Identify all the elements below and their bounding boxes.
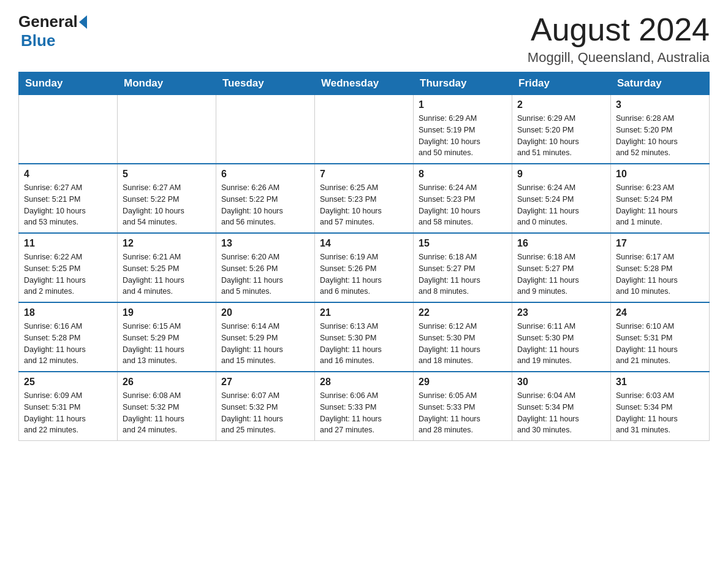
calendar-cell: 2Sunrise: 6:29 AM Sunset: 5:20 PM Daylig…	[512, 95, 611, 164]
calendar-cell: 16Sunrise: 6:18 AM Sunset: 5:27 PM Dayli…	[512, 233, 611, 302]
day-number: 30	[517, 377, 605, 388]
day-info: Sunrise: 6:08 AM Sunset: 5:32 PM Dayligh…	[123, 390, 211, 436]
calendar-week-row: 25Sunrise: 6:09 AM Sunset: 5:31 PM Dayli…	[19, 372, 710, 441]
day-number: 18	[24, 307, 112, 318]
day-number: 13	[221, 238, 309, 249]
calendar-header-tuesday: Tuesday	[216, 72, 315, 95]
day-number: 2	[517, 99, 605, 110]
calendar-cell: 20Sunrise: 6:14 AM Sunset: 5:29 PM Dayli…	[216, 302, 315, 372]
day-info: Sunrise: 6:18 AM Sunset: 5:27 PM Dayligh…	[517, 251, 605, 297]
day-info: Sunrise: 6:29 AM Sunset: 5:20 PM Dayligh…	[517, 113, 605, 159]
day-number: 14	[320, 238, 408, 249]
calendar-cell: 31Sunrise: 6:03 AM Sunset: 5:34 PM Dayli…	[611, 372, 710, 441]
day-info: Sunrise: 6:24 AM Sunset: 5:23 PM Dayligh…	[419, 182, 507, 228]
calendar-cell	[118, 95, 216, 164]
day-number: 12	[123, 238, 211, 249]
calendar-cell: 3Sunrise: 6:28 AM Sunset: 5:20 PM Daylig…	[611, 95, 710, 164]
calendar-cell: 5Sunrise: 6:27 AM Sunset: 5:22 PM Daylig…	[118, 164, 216, 233]
calendar-header-thursday: Thursday	[414, 72, 512, 95]
day-number: 9	[517, 169, 605, 180]
day-number: 15	[419, 238, 507, 249]
day-info: Sunrise: 6:29 AM Sunset: 5:19 PM Dayligh…	[419, 113, 507, 159]
title-area: August 2024 Moggill, Queensland, Austral…	[528, 12, 710, 66]
day-number: 4	[24, 169, 112, 180]
calendar-cell: 9Sunrise: 6:24 AM Sunset: 5:24 PM Daylig…	[512, 164, 611, 233]
calendar-cell: 1Sunrise: 6:29 AM Sunset: 5:19 PM Daylig…	[414, 95, 512, 164]
calendar-week-row: 11Sunrise: 6:22 AM Sunset: 5:25 PM Dayli…	[19, 233, 710, 302]
calendar-cell: 11Sunrise: 6:22 AM Sunset: 5:25 PM Dayli…	[19, 233, 118, 302]
calendar-cell: 19Sunrise: 6:15 AM Sunset: 5:29 PM Dayli…	[118, 302, 216, 372]
day-info: Sunrise: 6:16 AM Sunset: 5:28 PM Dayligh…	[24, 321, 112, 367]
calendar-header-friday: Friday	[512, 72, 611, 95]
day-info: Sunrise: 6:15 AM Sunset: 5:29 PM Dayligh…	[123, 321, 211, 367]
calendar-cell: 29Sunrise: 6:05 AM Sunset: 5:33 PM Dayli…	[414, 372, 512, 441]
calendar-cell: 4Sunrise: 6:27 AM Sunset: 5:21 PM Daylig…	[19, 164, 118, 233]
day-number: 16	[517, 238, 605, 249]
calendar-header-saturday: Saturday	[611, 72, 710, 95]
calendar-week-row: 18Sunrise: 6:16 AM Sunset: 5:28 PM Dayli…	[19, 302, 710, 372]
day-number: 25	[24, 377, 112, 388]
calendar-cell: 15Sunrise: 6:18 AM Sunset: 5:27 PM Dayli…	[414, 233, 512, 302]
day-info: Sunrise: 6:18 AM Sunset: 5:27 PM Dayligh…	[419, 251, 507, 297]
calendar-cell: 6Sunrise: 6:26 AM Sunset: 5:22 PM Daylig…	[216, 164, 315, 233]
day-info: Sunrise: 6:21 AM Sunset: 5:25 PM Dayligh…	[123, 251, 211, 297]
calendar-cell: 8Sunrise: 6:24 AM Sunset: 5:23 PM Daylig…	[414, 164, 512, 233]
day-number: 7	[320, 169, 408, 180]
day-info: Sunrise: 6:12 AM Sunset: 5:30 PM Dayligh…	[419, 321, 507, 367]
calendar-cell: 7Sunrise: 6:25 AM Sunset: 5:23 PM Daylig…	[315, 164, 414, 233]
day-info: Sunrise: 6:26 AM Sunset: 5:22 PM Dayligh…	[221, 182, 309, 228]
day-number: 19	[123, 307, 211, 318]
day-info: Sunrise: 6:14 AM Sunset: 5:29 PM Dayligh…	[221, 321, 309, 367]
day-info: Sunrise: 6:07 AM Sunset: 5:32 PM Dayligh…	[221, 390, 309, 436]
day-info: Sunrise: 6:20 AM Sunset: 5:26 PM Dayligh…	[221, 251, 309, 297]
calendar-cell: 12Sunrise: 6:21 AM Sunset: 5:25 PM Dayli…	[118, 233, 216, 302]
day-number: 28	[320, 377, 408, 388]
day-number: 3	[616, 99, 704, 110]
day-info: Sunrise: 6:09 AM Sunset: 5:31 PM Dayligh…	[24, 390, 112, 436]
day-number: 20	[221, 307, 309, 318]
day-info: Sunrise: 6:23 AM Sunset: 5:24 PM Dayligh…	[616, 182, 704, 228]
calendar-cell	[19, 95, 118, 164]
month-title: August 2024	[528, 12, 710, 47]
day-info: Sunrise: 6:19 AM Sunset: 5:26 PM Dayligh…	[320, 251, 408, 297]
location-title: Moggill, Queensland, Australia	[528, 50, 710, 66]
calendar-cell: 30Sunrise: 6:04 AM Sunset: 5:34 PM Dayli…	[512, 372, 611, 441]
day-number: 23	[517, 307, 605, 318]
day-number: 17	[616, 238, 704, 249]
day-info: Sunrise: 6:11 AM Sunset: 5:30 PM Dayligh…	[517, 321, 605, 367]
day-info: Sunrise: 6:06 AM Sunset: 5:33 PM Dayligh…	[320, 390, 408, 436]
calendar-cell	[315, 95, 414, 164]
calendar-cell: 10Sunrise: 6:23 AM Sunset: 5:24 PM Dayli…	[611, 164, 710, 233]
day-number: 26	[123, 377, 211, 388]
calendar-cell: 24Sunrise: 6:10 AM Sunset: 5:31 PM Dayli…	[611, 302, 710, 372]
calendar-table: SundayMondayTuesdayWednesdayThursdayFrid…	[18, 72, 710, 441]
day-info: Sunrise: 6:04 AM Sunset: 5:34 PM Dayligh…	[517, 390, 605, 436]
day-number: 27	[221, 377, 309, 388]
day-info: Sunrise: 6:27 AM Sunset: 5:21 PM Dayligh…	[24, 182, 112, 228]
day-info: Sunrise: 6:10 AM Sunset: 5:31 PM Dayligh…	[616, 321, 704, 367]
day-info: Sunrise: 6:28 AM Sunset: 5:20 PM Dayligh…	[616, 113, 704, 159]
calendar-cell: 26Sunrise: 6:08 AM Sunset: 5:32 PM Dayli…	[118, 372, 216, 441]
calendar-cell	[216, 95, 315, 164]
calendar-cell: 22Sunrise: 6:12 AM Sunset: 5:30 PM Dayli…	[414, 302, 512, 372]
calendar-week-row: 1Sunrise: 6:29 AM Sunset: 5:19 PM Daylig…	[19, 95, 710, 164]
calendar-header-row: SundayMondayTuesdayWednesdayThursdayFrid…	[19, 72, 710, 95]
day-number: 29	[419, 377, 507, 388]
day-number: 1	[419, 99, 507, 110]
calendar-cell: 13Sunrise: 6:20 AM Sunset: 5:26 PM Dayli…	[216, 233, 315, 302]
page-header: General Blue August 2024 Moggill, Queens…	[18, 12, 710, 66]
calendar-cell: 17Sunrise: 6:17 AM Sunset: 5:28 PM Dayli…	[611, 233, 710, 302]
calendar-cell: 25Sunrise: 6:09 AM Sunset: 5:31 PM Dayli…	[19, 372, 118, 441]
day-info: Sunrise: 6:13 AM Sunset: 5:30 PM Dayligh…	[320, 321, 408, 367]
day-info: Sunrise: 6:03 AM Sunset: 5:34 PM Dayligh…	[616, 390, 704, 436]
day-info: Sunrise: 6:22 AM Sunset: 5:25 PM Dayligh…	[24, 251, 112, 297]
day-info: Sunrise: 6:05 AM Sunset: 5:33 PM Dayligh…	[419, 390, 507, 436]
day-info: Sunrise: 6:24 AM Sunset: 5:24 PM Dayligh…	[517, 182, 605, 228]
calendar-header-monday: Monday	[118, 72, 216, 95]
day-number: 24	[616, 307, 704, 318]
calendar-header-wednesday: Wednesday	[315, 72, 414, 95]
day-number: 11	[24, 238, 112, 249]
day-number: 21	[320, 307, 408, 318]
calendar-cell: 28Sunrise: 6:06 AM Sunset: 5:33 PM Dayli…	[315, 372, 414, 441]
day-info: Sunrise: 6:25 AM Sunset: 5:23 PM Dayligh…	[320, 182, 408, 228]
